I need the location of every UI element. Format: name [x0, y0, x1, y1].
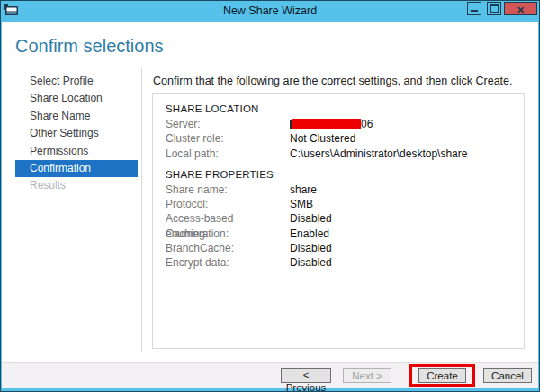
summary-row-caching: Caching: Enabled — [166, 227, 517, 241]
window-title: New Share Wizard — [223, 4, 317, 17]
row-value: Not Clustered — [290, 131, 356, 146]
row-value: share — [290, 183, 317, 197]
confirmation-summary-box: SHARE LOCATION Server: 06 Cluster role: … — [152, 93, 525, 349]
close-icon[interactable] — [504, 2, 537, 15]
sidebar-divider — [141, 67, 142, 352]
next-button: Next > — [343, 368, 392, 383]
row-value: Disabled — [290, 241, 332, 255]
instruction-text: Confirm that the following are the corre… — [153, 75, 513, 87]
summary-row-local-path: Local path: C:\users\Administrator\deskt… — [166, 147, 517, 161]
window-border-left — [0, 22, 2, 392]
wizard-steps-sidebar: Select Profile Share Location Share Name… — [0, 73, 141, 195]
redaction-box — [292, 119, 361, 129]
titlebar[interactable]: New Share Wizard — [0, 0, 540, 22]
section-gap — [166, 161, 517, 167]
summary-row-branchcache: BranchCache: Disabled — [166, 241, 517, 255]
row-label: Access-based enumeration: — [166, 211, 290, 226]
row-label: Protocol: — [166, 197, 290, 211]
section-title-share-location: SHARE LOCATION — [166, 102, 517, 117]
close-glyph — [517, 1, 525, 17]
row-value: Disabled — [290, 211, 332, 226]
row-label: Server: — [166, 117, 290, 131]
row-label: Caching: — [166, 227, 290, 241]
row-label: BranchCache: — [166, 241, 290, 255]
sidebar-item-permissions[interactable]: Permissions — [0, 143, 141, 160]
summary-row-encrypt-data: Encrypt data: Disabled — [166, 255, 517, 270]
share-folder-icon — [4, 3, 19, 17]
section-title-share-properties: SHARE PROPERTIES — [166, 167, 517, 183]
cancel-button[interactable]: Cancel — [483, 368, 532, 383]
row-label: Local path: — [166, 147, 290, 161]
sidebar-item-other-settings[interactable]: Other Settings — [0, 125, 141, 142]
sidebar-item-share-name[interactable]: Share Name — [0, 108, 141, 125]
summary-row-share-name: Share name: share — [166, 183, 517, 197]
summary-row-access-based-enumeration: Access-based enumeration: Disabled — [166, 211, 517, 226]
server-value-suffix: 06 — [361, 118, 373, 130]
row-label: Encrypt data: — [166, 255, 290, 270]
sidebar-item-confirmation[interactable]: Confirmation — [15, 160, 138, 177]
sidebar-item-share-location[interactable]: Share Location — [0, 90, 141, 107]
maximize-glyph — [490, 4, 500, 13]
row-value: Enabled — [290, 227, 329, 241]
summary-row-server: Server: 06 — [166, 117, 517, 131]
previous-button[interactable]: < Previous — [281, 368, 331, 383]
window-border-bottom — [0, 388, 540, 392]
minimize-glyph — [471, 10, 478, 12]
page-title: Confirm selections — [15, 36, 164, 57]
sidebar-item-select-profile[interactable]: Select Profile — [0, 73, 141, 90]
row-label: Share name: — [166, 183, 290, 197]
create-button[interactable]: Create — [418, 368, 466, 383]
row-value: C:\users\Administrator\desktop\share — [290, 147, 467, 161]
summary-row-protocol: Protocol: SMB — [166, 197, 517, 211]
sidebar-item-results: Results — [0, 177, 141, 194]
minimize-icon[interactable] — [467, 2, 482, 15]
row-value: Disabled — [290, 255, 332, 270]
row-label: Cluster role: — [166, 131, 290, 146]
maximize-icon[interactable] — [487, 2, 501, 15]
server-value: 06 — [290, 117, 373, 131]
row-value: SMB — [290, 197, 313, 211]
summary-row-cluster-role: Cluster role: Not Clustered — [166, 131, 517, 146]
